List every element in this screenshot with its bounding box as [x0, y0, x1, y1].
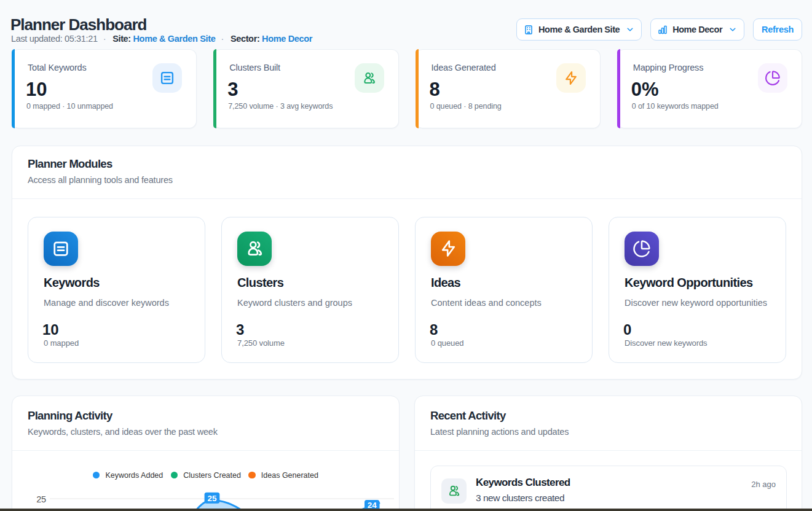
svg-text:25: 25 [36, 494, 46, 504]
svg-text:25: 25 [207, 493, 217, 502]
